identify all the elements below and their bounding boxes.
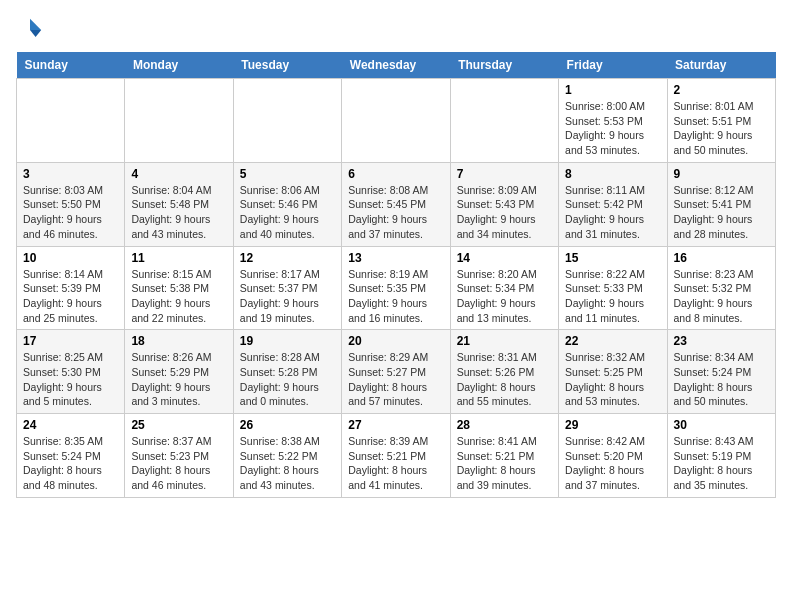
calendar-cell: 22Sunrise: 8:32 AM Sunset: 5:25 PM Dayli… [559, 330, 667, 414]
calendar-cell: 7Sunrise: 8:09 AM Sunset: 5:43 PM Daylig… [450, 162, 558, 246]
day-number: 18 [131, 334, 226, 348]
day-info: Sunrise: 8:17 AM Sunset: 5:37 PM Dayligh… [240, 267, 335, 326]
day-info: Sunrise: 8:04 AM Sunset: 5:48 PM Dayligh… [131, 183, 226, 242]
calendar-cell: 26Sunrise: 8:38 AM Sunset: 5:22 PM Dayli… [233, 414, 341, 498]
calendar-cell: 10Sunrise: 8:14 AM Sunset: 5:39 PM Dayli… [17, 246, 125, 330]
calendar-week-1: 3Sunrise: 8:03 AM Sunset: 5:50 PM Daylig… [17, 162, 776, 246]
day-number: 2 [674, 83, 769, 97]
day-number: 8 [565, 167, 660, 181]
day-info: Sunrise: 8:03 AM Sunset: 5:50 PM Dayligh… [23, 183, 118, 242]
day-number: 30 [674, 418, 769, 432]
calendar-cell: 13Sunrise: 8:19 AM Sunset: 5:35 PM Dayli… [342, 246, 450, 330]
col-header-wednesday: Wednesday [342, 52, 450, 79]
calendar-cell: 6Sunrise: 8:08 AM Sunset: 5:45 PM Daylig… [342, 162, 450, 246]
calendar-cell: 3Sunrise: 8:03 AM Sunset: 5:50 PM Daylig… [17, 162, 125, 246]
day-number: 22 [565, 334, 660, 348]
day-info: Sunrise: 8:39 AM Sunset: 5:21 PM Dayligh… [348, 434, 443, 493]
col-header-monday: Monday [125, 52, 233, 79]
calendar-cell: 1Sunrise: 8:00 AM Sunset: 5:53 PM Daylig… [559, 79, 667, 163]
col-header-tuesday: Tuesday [233, 52, 341, 79]
day-number: 5 [240, 167, 335, 181]
svg-marker-0 [30, 19, 41, 30]
calendar-cell: 25Sunrise: 8:37 AM Sunset: 5:23 PM Dayli… [125, 414, 233, 498]
svg-marker-1 [30, 30, 41, 37]
day-number: 13 [348, 251, 443, 265]
day-info: Sunrise: 8:06 AM Sunset: 5:46 PM Dayligh… [240, 183, 335, 242]
calendar-cell: 19Sunrise: 8:28 AM Sunset: 5:28 PM Dayli… [233, 330, 341, 414]
calendar-cell: 12Sunrise: 8:17 AM Sunset: 5:37 PM Dayli… [233, 246, 341, 330]
calendar-week-3: 17Sunrise: 8:25 AM Sunset: 5:30 PM Dayli… [17, 330, 776, 414]
day-info: Sunrise: 8:22 AM Sunset: 5:33 PM Dayligh… [565, 267, 660, 326]
day-number: 24 [23, 418, 118, 432]
calendar-cell: 17Sunrise: 8:25 AM Sunset: 5:30 PM Dayli… [17, 330, 125, 414]
calendar-cell [233, 79, 341, 163]
col-header-thursday: Thursday [450, 52, 558, 79]
calendar-week-4: 24Sunrise: 8:35 AM Sunset: 5:24 PM Dayli… [17, 414, 776, 498]
day-number: 16 [674, 251, 769, 265]
calendar-cell: 2Sunrise: 8:01 AM Sunset: 5:51 PM Daylig… [667, 79, 775, 163]
day-info: Sunrise: 8:14 AM Sunset: 5:39 PM Dayligh… [23, 267, 118, 326]
calendar-week-0: 1Sunrise: 8:00 AM Sunset: 5:53 PM Daylig… [17, 79, 776, 163]
calendar-week-2: 10Sunrise: 8:14 AM Sunset: 5:39 PM Dayli… [17, 246, 776, 330]
day-number: 6 [348, 167, 443, 181]
calendar-cell: 15Sunrise: 8:22 AM Sunset: 5:33 PM Dayli… [559, 246, 667, 330]
day-info: Sunrise: 8:41 AM Sunset: 5:21 PM Dayligh… [457, 434, 552, 493]
day-number: 19 [240, 334, 335, 348]
calendar-cell: 16Sunrise: 8:23 AM Sunset: 5:32 PM Dayli… [667, 246, 775, 330]
calendar-cell: 24Sunrise: 8:35 AM Sunset: 5:24 PM Dayli… [17, 414, 125, 498]
day-number: 29 [565, 418, 660, 432]
day-info: Sunrise: 8:11 AM Sunset: 5:42 PM Dayligh… [565, 183, 660, 242]
calendar-cell: 14Sunrise: 8:20 AM Sunset: 5:34 PM Dayli… [450, 246, 558, 330]
day-number: 1 [565, 83, 660, 97]
day-info: Sunrise: 8:25 AM Sunset: 5:30 PM Dayligh… [23, 350, 118, 409]
calendar-cell: 30Sunrise: 8:43 AM Sunset: 5:19 PM Dayli… [667, 414, 775, 498]
col-header-friday: Friday [559, 52, 667, 79]
calendar-cell: 27Sunrise: 8:39 AM Sunset: 5:21 PM Dayli… [342, 414, 450, 498]
day-info: Sunrise: 8:42 AM Sunset: 5:20 PM Dayligh… [565, 434, 660, 493]
calendar-cell: 29Sunrise: 8:42 AM Sunset: 5:20 PM Dayli… [559, 414, 667, 498]
day-number: 17 [23, 334, 118, 348]
calendar-cell: 21Sunrise: 8:31 AM Sunset: 5:26 PM Dayli… [450, 330, 558, 414]
day-number: 9 [674, 167, 769, 181]
day-info: Sunrise: 8:38 AM Sunset: 5:22 PM Dayligh… [240, 434, 335, 493]
day-number: 25 [131, 418, 226, 432]
day-info: Sunrise: 8:37 AM Sunset: 5:23 PM Dayligh… [131, 434, 226, 493]
day-number: 27 [348, 418, 443, 432]
calendar-cell: 9Sunrise: 8:12 AM Sunset: 5:41 PM Daylig… [667, 162, 775, 246]
day-info: Sunrise: 8:35 AM Sunset: 5:24 PM Dayligh… [23, 434, 118, 493]
col-header-sunday: Sunday [17, 52, 125, 79]
day-info: Sunrise: 8:01 AM Sunset: 5:51 PM Dayligh… [674, 99, 769, 158]
day-info: Sunrise: 8:26 AM Sunset: 5:29 PM Dayligh… [131, 350, 226, 409]
day-info: Sunrise: 8:08 AM Sunset: 5:45 PM Dayligh… [348, 183, 443, 242]
logo-icon [16, 16, 44, 44]
logo [16, 16, 48, 44]
day-number: 21 [457, 334, 552, 348]
day-info: Sunrise: 8:20 AM Sunset: 5:34 PM Dayligh… [457, 267, 552, 326]
calendar-cell: 28Sunrise: 8:41 AM Sunset: 5:21 PM Dayli… [450, 414, 558, 498]
col-header-saturday: Saturday [667, 52, 775, 79]
day-number: 10 [23, 251, 118, 265]
calendar-cell: 23Sunrise: 8:34 AM Sunset: 5:24 PM Dayli… [667, 330, 775, 414]
calendar-cell [17, 79, 125, 163]
calendar-cell: 8Sunrise: 8:11 AM Sunset: 5:42 PM Daylig… [559, 162, 667, 246]
day-info: Sunrise: 8:43 AM Sunset: 5:19 PM Dayligh… [674, 434, 769, 493]
calendar-cell: 5Sunrise: 8:06 AM Sunset: 5:46 PM Daylig… [233, 162, 341, 246]
calendar-cell [125, 79, 233, 163]
day-number: 7 [457, 167, 552, 181]
day-number: 28 [457, 418, 552, 432]
day-number: 15 [565, 251, 660, 265]
day-number: 23 [674, 334, 769, 348]
day-info: Sunrise: 8:28 AM Sunset: 5:28 PM Dayligh… [240, 350, 335, 409]
calendar-header: SundayMondayTuesdayWednesdayThursdayFrid… [17, 52, 776, 79]
day-number: 12 [240, 251, 335, 265]
day-number: 20 [348, 334, 443, 348]
day-info: Sunrise: 8:32 AM Sunset: 5:25 PM Dayligh… [565, 350, 660, 409]
day-number: 26 [240, 418, 335, 432]
calendar-table: SundayMondayTuesdayWednesdayThursdayFrid… [16, 52, 776, 498]
calendar-cell [342, 79, 450, 163]
day-info: Sunrise: 8:09 AM Sunset: 5:43 PM Dayligh… [457, 183, 552, 242]
day-info: Sunrise: 8:19 AM Sunset: 5:35 PM Dayligh… [348, 267, 443, 326]
calendar-cell [450, 79, 558, 163]
day-info: Sunrise: 8:34 AM Sunset: 5:24 PM Dayligh… [674, 350, 769, 409]
day-info: Sunrise: 8:31 AM Sunset: 5:26 PM Dayligh… [457, 350, 552, 409]
